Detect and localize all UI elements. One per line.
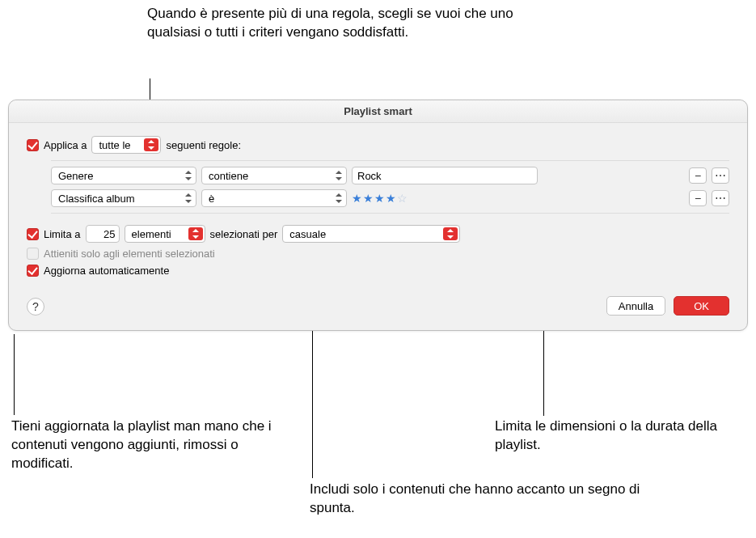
rule-rating-input[interactable]: ★★★★☆ [352, 192, 408, 205]
limit-checkbox[interactable] [27, 228, 39, 240]
only-checked-row: Attieniti solo agli elementi selezionati [27, 248, 729, 260]
limit-unit-select[interactable]: elementi [125, 225, 205, 243]
match-mode-value: tutte le [99, 139, 130, 151]
cancel-button[interactable]: Annulla [606, 296, 665, 316]
remove-rule-button[interactable]: − [689, 167, 707, 184]
match-label-prefix: Applica a [44, 139, 87, 151]
live-update-row: Aggiorna automaticamente [27, 265, 729, 277]
rule-op-value: contiene [209, 170, 248, 182]
dialog-footer: Annulla OK [27, 296, 729, 316]
limit-value-input[interactable]: 25 [86, 225, 120, 243]
callout-live-update: Tieni aggiornata la playlist man mano ch… [11, 417, 278, 473]
rule-field-value: Genere [58, 170, 93, 182]
limit-label-mid: selezionati per [210, 228, 278, 240]
only-checked-checkbox[interactable] [27, 248, 39, 260]
remove-rule-button[interactable]: − [689, 190, 707, 206]
match-label-suffix: seguenti regole: [166, 139, 241, 151]
help-button[interactable]: ? [27, 298, 44, 316]
live-update-label: Aggiorna automaticamente [44, 265, 169, 277]
limit-method-select[interactable]: casuale [282, 225, 460, 243]
callout-line [14, 334, 15, 415]
chevron-updown-icon [336, 171, 342, 180]
only-checked-label: Attieniti solo agli elementi selezionati [44, 248, 215, 260]
limit-label-prefix: Limita a [44, 228, 81, 240]
rule-row: Classifica album è ★★★★☆ − ⋯ [51, 187, 729, 210]
limit-row: Limita a 25 elementi selezionati per cas… [27, 225, 729, 243]
match-checkbox[interactable] [27, 139, 39, 151]
chevron-updown-icon [144, 138, 158, 151]
rule-value-input[interactable]: Rock [352, 167, 538, 184]
rule-value-text: Rock [357, 170, 382, 182]
match-mode-select[interactable]: tutte le [91, 136, 161, 154]
chevron-updown-icon [188, 227, 203, 240]
ok-button[interactable]: OK [674, 296, 729, 316]
live-update-checkbox[interactable] [27, 265, 39, 277]
more-rule-button[interactable]: ⋯ [712, 190, 729, 206]
chevron-updown-icon [185, 193, 192, 203]
rule-op-select[interactable]: è [201, 189, 347, 207]
chevron-updown-icon [336, 193, 342, 203]
rule-op-value: è [209, 193, 214, 205]
rule-field-select[interactable]: Genere [51, 167, 196, 184]
limit-method-value: casuale [289, 228, 326, 240]
rule-row: Genere contiene Rock − ⋯ [51, 164, 729, 187]
rule-field-select[interactable]: Classifica album [51, 189, 196, 207]
match-row: Applica a tutte le seguenti regole: [27, 136, 729, 154]
more-rule-button[interactable]: ⋯ [712, 167, 729, 184]
rule-field-value: Classifica album [58, 193, 135, 205]
chevron-updown-icon [443, 227, 458, 240]
smart-playlist-dialog: Playlist smart Applica a tutte le seguen… [8, 100, 748, 331]
limit-unit-value: elementi [132, 228, 171, 240]
window-title: Playlist smart [9, 100, 747, 123]
rules-list: Genere contiene Rock − ⋯ Classifica albu… [51, 160, 729, 214]
chevron-updown-icon [185, 171, 192, 180]
callout-limit: Limita le dimensioni o la durata della p… [495, 417, 745, 455]
rule-op-select[interactable]: contiene [201, 167, 347, 184]
callout-only-checked: Includi solo i contenuti che hanno accan… [310, 481, 649, 518]
callout-match-rules: Quando è presente più di una regola, sce… [147, 5, 519, 42]
